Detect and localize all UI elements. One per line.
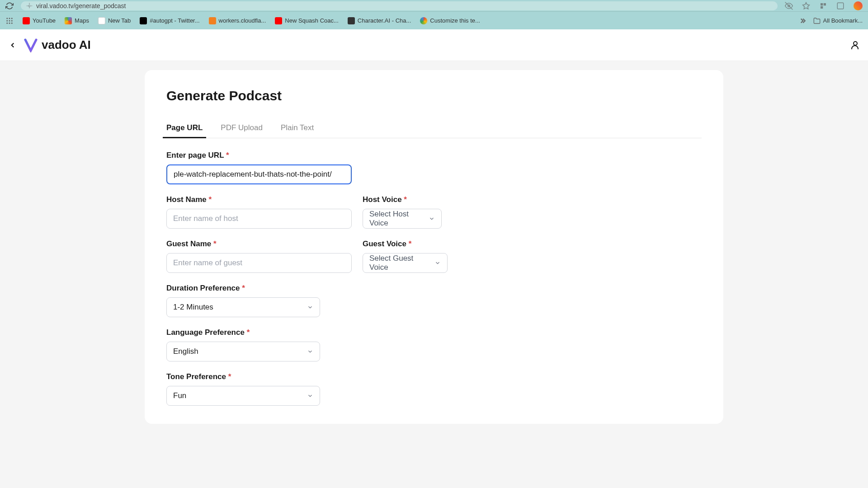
maps-icon (65, 17, 72, 24)
host-name-label: Host Name * (166, 195, 352, 204)
tone-group: Tone Preference * Fun (166, 372, 702, 406)
form-card: Generate Podcast Page URL PDF Upload Pla… (145, 70, 723, 424)
star-icon[interactable] (802, 2, 810, 10)
url-text: viral.vadoo.tv/generate_podcast (36, 2, 126, 9)
page-url-label: Enter page URL * (166, 151, 702, 160)
svg-point-17 (854, 42, 857, 45)
svg-marker-3 (803, 2, 810, 9)
folder-icon (813, 17, 821, 24)
guest-name-label: Guest Name * (166, 239, 352, 249)
svg-rect-4 (821, 3, 823, 5)
svg-point-9 (9, 18, 10, 19)
host-voice-group: Host Voice * Select Host Voice (363, 195, 442, 229)
language-group: Language Preference * English (166, 328, 702, 361)
page-title: Generate Podcast (166, 88, 702, 103)
svg-point-14 (6, 22, 8, 23)
youtube-icon (275, 17, 282, 24)
chrome-icon (420, 17, 427, 24)
svg-point-0 (28, 5, 30, 7)
guest-row: Guest Name * Guest Voice * Select Guest … (166, 239, 702, 273)
profile-icon[interactable] (854, 1, 863, 10)
reload-icon[interactable] (5, 2, 14, 10)
bookmark-cloudflare[interactable]: workers.cloudfla... (205, 15, 270, 26)
language-select[interactable]: English (166, 342, 320, 361)
host-voice-label: Host Voice * (363, 195, 442, 204)
language-label: Language Preference * (166, 328, 702, 337)
page-url-group: Enter page URL * (166, 151, 702, 184)
bookmark-autogpt[interactable]: #autogpt - Twitter... (136, 15, 203, 26)
tabs: Page URL PDF Upload Plain Text (166, 118, 702, 138)
extension-icon[interactable] (819, 2, 827, 10)
svg-point-11 (6, 20, 8, 21)
guest-voice-label: Guest Voice * (363, 239, 448, 249)
duration-group: Duration Preference * 1-2 Minutes (166, 284, 702, 317)
duration-select[interactable]: 1-2 Minutes (166, 297, 320, 317)
apps-icon[interactable] (5, 17, 14, 25)
newtab-icon (98, 17, 105, 24)
eye-icon[interactable] (785, 2, 793, 10)
chevron-down-icon (307, 304, 313, 310)
host-name-input[interactable] (166, 209, 352, 229)
svg-point-15 (9, 22, 10, 23)
tab-page-url[interactable]: Page URL (166, 118, 203, 138)
host-row: Host Name * Host Voice * Select Host Voi… (166, 195, 702, 229)
x-twitter-icon (140, 17, 147, 24)
chevron-down-icon (429, 216, 435, 222)
host-name-group: Host Name * (166, 195, 352, 229)
tone-select[interactable]: Fun (166, 386, 320, 406)
guest-name-input[interactable] (166, 253, 352, 273)
browser-chrome: viral.vadoo.tv/generate_podcast (0, 0, 868, 11)
svg-point-13 (11, 20, 13, 21)
logo[interactable]: vadoo AI (24, 38, 91, 52)
bookmark-newtab[interactable]: New Tab (94, 15, 134, 26)
bookmarks-bar: YouTube Maps New Tab #autogpt - Twitter.… (0, 11, 868, 29)
svg-point-8 (6, 18, 8, 19)
bookmark-characterai[interactable]: Character.AI - Cha... (344, 15, 415, 26)
guest-voice-group: Guest Voice * Select Guest Voice (363, 239, 448, 273)
svg-point-16 (11, 22, 13, 23)
browser-controls (5, 2, 14, 10)
browser-actions (785, 1, 863, 10)
url-bar[interactable]: viral.vadoo.tv/generate_podcast (21, 1, 778, 10)
back-button[interactable] (7, 40, 18, 51)
logo-text: vadoo AI (42, 38, 91, 52)
svg-point-12 (9, 20, 10, 21)
logo-v-icon (24, 38, 38, 52)
cloudflare-icon (209, 17, 216, 24)
host-voice-select[interactable]: Select Host Voice (363, 209, 442, 229)
overflow-icon[interactable] (798, 17, 806, 25)
main-content: Generate Podcast Page URL PDF Upload Pla… (0, 61, 868, 433)
duration-label: Duration Preference * (166, 284, 702, 293)
app-header: vadoo AI (0, 29, 868, 61)
youtube-icon (23, 17, 30, 24)
svg-rect-7 (837, 3, 844, 9)
user-icon[interactable] (850, 40, 861, 51)
svg-rect-6 (821, 6, 823, 8)
guest-name-group: Guest Name * (166, 239, 352, 273)
characterai-icon (348, 17, 355, 24)
bookmark-squash[interactable]: New Squash Coac... (271, 15, 342, 26)
all-bookmarks[interactable]: All Bookmark... (813, 17, 863, 24)
tab-pdf-upload[interactable]: PDF Upload (221, 118, 263, 138)
chevron-down-icon (307, 393, 313, 399)
guest-voice-select[interactable]: Select Guest Voice (363, 253, 448, 273)
bookmark-youtube[interactable]: YouTube (19, 15, 59, 26)
page-url-input[interactable] (166, 164, 352, 184)
bookmark-customize[interactable]: Customize this te... (416, 15, 484, 26)
tab-plain-text[interactable]: Plain Text (281, 118, 314, 138)
svg-point-10 (11, 18, 13, 19)
chevron-down-icon (307, 348, 313, 355)
puzzle-icon[interactable] (836, 2, 844, 10)
lock-icon (26, 3, 33, 9)
bookmark-maps[interactable]: Maps (61, 15, 93, 26)
chevron-down-icon (434, 260, 441, 266)
svg-rect-5 (824, 3, 826, 5)
tone-label: Tone Preference * (166, 372, 702, 381)
